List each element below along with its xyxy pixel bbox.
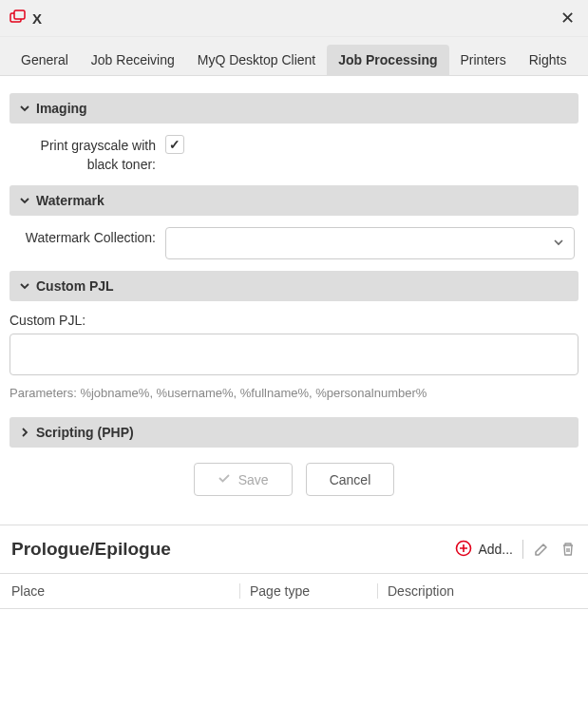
- cancel-button[interactable]: Cancel: [306, 463, 395, 496]
- save-label: Save: [238, 472, 269, 487]
- content-area: Imaging Print grayscale with black toner…: [0, 76, 588, 525]
- window-title: X: [32, 10, 557, 27]
- svg-rect-1: [14, 10, 25, 19]
- column-place[interactable]: Place: [11, 583, 239, 599]
- chevron-down-icon: [19, 195, 30, 206]
- tab-printers[interactable]: Printers: [449, 45, 518, 75]
- tab-myq-desktop-client[interactable]: MyQ Desktop Client: [186, 45, 327, 75]
- pencil-icon: [533, 541, 550, 558]
- section-imaging-header[interactable]: Imaging: [9, 93, 579, 124]
- tab-rights[interactable]: Rights: [518, 45, 579, 75]
- chevron-right-icon: [19, 427, 30, 438]
- tab-job-receiving[interactable]: Job Receiving: [80, 45, 186, 75]
- trash-icon: [560, 541, 577, 558]
- custom-pjl-label: Custom PJL:: [9, 313, 579, 328]
- chevron-down-icon: [553, 236, 564, 251]
- tab-job-processing[interactable]: Job Processing: [327, 45, 448, 75]
- prologue-panel-header: Prologue/Epilogue Add...: [0, 525, 588, 574]
- section-custom-pjl-title: Custom PJL: [36, 278, 114, 294]
- delete-button[interactable]: [560, 541, 577, 558]
- cancel-label: Cancel: [330, 472, 371, 487]
- watermark-collection-row: Watermark Collection:: [9, 227, 579, 259]
- column-page-type[interactable]: Page type: [239, 583, 377, 599]
- save-button[interactable]: Save: [194, 463, 293, 496]
- edit-button[interactable]: [533, 541, 550, 558]
- close-button[interactable]: ✕: [557, 8, 579, 29]
- add-button[interactable]: Add...: [455, 540, 513, 560]
- plus-circle-icon: [455, 540, 472, 560]
- check-icon: [218, 471, 231, 487]
- app-icon: [9, 10, 27, 27]
- prologue-title: Prologue/Epilogue: [11, 539, 455, 560]
- separator: [522, 540, 523, 559]
- watermark-collection-select[interactable]: [165, 227, 575, 259]
- prologue-table-header: Place Page type Description: [0, 574, 588, 609]
- chevron-down-icon: [19, 103, 30, 114]
- add-label: Add...: [478, 542, 513, 557]
- tabs-bar: General Job Receiving MyQ Desktop Client…: [0, 37, 588, 76]
- grayscale-label: Print grayscale with black toner:: [13, 135, 165, 174]
- section-custom-pjl-header[interactable]: Custom PJL: [9, 271, 579, 301]
- section-scripting-title: Scripting (PHP): [36, 425, 134, 440]
- section-watermark-header[interactable]: Watermark: [9, 185, 579, 216]
- button-row: Save Cancel: [9, 448, 579, 515]
- watermark-collection-label: Watermark Collection:: [13, 227, 165, 259]
- chevron-down-icon: [19, 280, 30, 292]
- section-imaging-title: Imaging: [36, 101, 87, 116]
- section-watermark-title: Watermark: [36, 193, 104, 208]
- column-description[interactable]: Description: [377, 583, 577, 599]
- section-scripting-header[interactable]: Scripting (PHP): [9, 417, 579, 448]
- titlebar: X ✕: [0, 0, 588, 37]
- custom-pjl-help: Parameters: %jobname%, %username%, %full…: [9, 386, 579, 400]
- custom-pjl-textarea[interactable]: [9, 334, 579, 375]
- grayscale-row: Print grayscale with black toner:: [9, 135, 579, 174]
- grayscale-checkbox[interactable]: [165, 135, 184, 154]
- tab-general[interactable]: General: [9, 45, 80, 75]
